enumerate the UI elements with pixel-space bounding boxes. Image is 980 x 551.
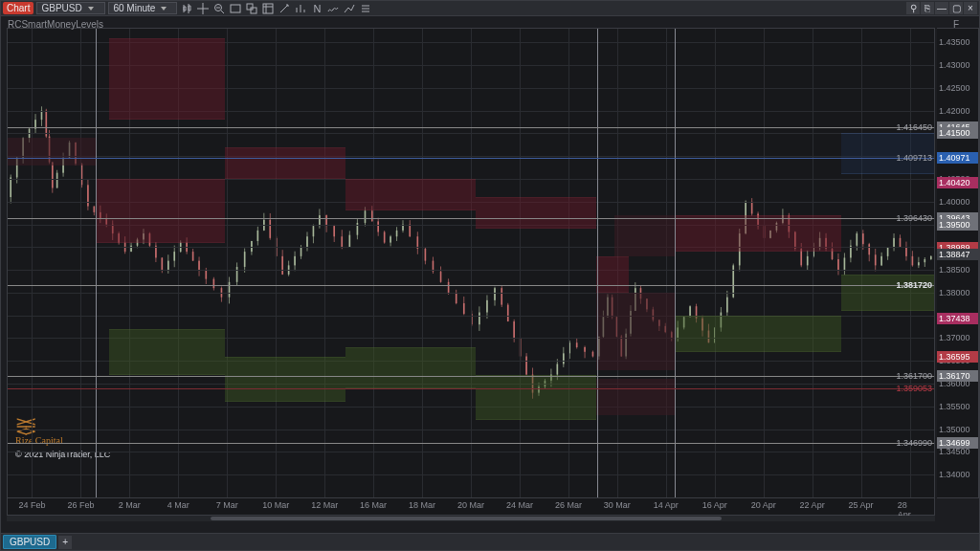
instrument-value: GBPUSD — [41, 3, 81, 13]
price-badge: 1.34699 — [937, 437, 978, 449]
y-tick: 1.40000 — [939, 197, 970, 207]
green-zone — [476, 375, 596, 421]
draw-icon[interactable] — [278, 2, 291, 14]
x-tick: 12 Mar — [311, 500, 338, 510]
price-badge: 1.36595 — [937, 351, 978, 363]
x-tick: 26 Mar — [555, 500, 582, 510]
svg-rect-274 — [857, 233, 858, 246]
x-tick: 25 Apr — [849, 500, 874, 510]
svg-rect-150 — [479, 313, 480, 325]
price-badge: 1.38847 — [937, 249, 978, 260]
svg-rect-72 — [206, 270, 208, 279]
zoom-region-icon[interactable] — [245, 2, 258, 14]
trend-icon[interactable] — [343, 2, 356, 14]
y-tick: 1.37000 — [939, 333, 970, 342]
bars-icon[interactable] — [294, 2, 307, 14]
logo: ⋛⋚ Rize Capital — [15, 418, 63, 446]
svg-rect-290 — [905, 247, 907, 256]
session-divider — [597, 29, 598, 497]
chart-badge: Chart — [3, 2, 33, 14]
status-bar: GBPUSD + — [1, 533, 979, 550]
add-tab-button[interactable]: + — [58, 536, 72, 549]
svg-rect-58 — [162, 257, 164, 270]
interval-value: 60 Minute — [113, 3, 155, 13]
instrument-tab[interactable]: GBPUSD — [3, 535, 56, 549]
svg-rect-34 — [87, 185, 89, 206]
maximize-icon[interactable]: ▢ — [949, 2, 963, 14]
darkred-zone — [8, 138, 96, 165]
svg-rect-164 — [525, 357, 527, 375]
window-buttons: ⚲ ⎘ — ▢ × — [906, 2, 977, 14]
crosshair-icon[interactable] — [196, 2, 210, 14]
session-divider — [96, 29, 97, 497]
pin-icon[interactable]: ⚲ — [906, 2, 920, 14]
close-icon[interactable]: × — [964, 2, 977, 14]
svg-rect-292 — [912, 256, 914, 266]
svg-rect-104 — [313, 226, 315, 236]
svg-rect-90 — [269, 220, 271, 238]
ref-level-label: 1.381720 — [896, 280, 932, 290]
y-tick: 1.38500 — [939, 265, 970, 275]
svg-rect-152 — [486, 300, 488, 313]
price-plot[interactable]: RCSmartMoneyLevels F ⋛⋚ Rize Capital © 2… — [7, 28, 935, 498]
instrument-selector[interactable]: GBPUSD — [36, 2, 105, 14]
data-box-icon[interactable] — [261, 2, 275, 14]
scrollbar-thumb[interactable] — [211, 517, 722, 520]
svg-rect-36 — [94, 207, 96, 212]
svg-rect-158 — [507, 305, 509, 321]
svg-rect-24 — [56, 173, 58, 188]
x-axis[interactable]: 24 Feb26 Feb2 Mar4 Mar7 Mar10 Mar12 Mar1… — [7, 498, 935, 516]
svg-rect-156 — [501, 288, 502, 304]
red-zone — [596, 256, 629, 293]
svg-rect-280 — [875, 254, 877, 265]
red-zone — [476, 197, 596, 229]
link-icon[interactable]: ⎘ — [921, 2, 934, 14]
y-tick: 1.42000 — [939, 106, 970, 116]
zoom-out-icon[interactable] — [212, 2, 226, 14]
svg-rect-3 — [251, 8, 256, 13]
ref-level-label: 1.361700 — [896, 371, 932, 381]
svg-rect-60 — [167, 261, 169, 271]
interval-selector[interactable]: 60 Minute — [108, 2, 177, 14]
zoom-window-icon[interactable] — [229, 2, 242, 14]
red-zone — [225, 147, 345, 179]
x-tick: 20 Mar — [457, 500, 484, 510]
indicator-icon[interactable] — [326, 2, 340, 14]
svg-rect-232 — [726, 298, 728, 313]
list-icon[interactable] — [359, 2, 372, 14]
red-zone — [96, 179, 226, 243]
svg-rect-74 — [213, 279, 215, 289]
svg-rect-176 — [563, 353, 565, 364]
green-zone — [345, 347, 476, 388]
toolbar: Chart GBPUSD 60 Minute N ⚲ ⎘ — ▢ × — [1, 1, 979, 16]
x-tick: 20 Apr — [751, 500, 776, 510]
green-zone — [109, 329, 225, 375]
svg-rect-86 — [257, 231, 259, 241]
svg-rect-136 — [425, 249, 427, 261]
green-zone — [675, 316, 841, 352]
candlestick-icon[interactable] — [180, 2, 193, 14]
svg-rect-174 — [557, 364, 559, 374]
ref-level-label: 1.346990 — [896, 438, 932, 448]
svg-rect-142 — [448, 282, 450, 293]
svg-rect-126 — [390, 236, 391, 242]
svg-rect-68 — [192, 252, 194, 261]
svg-rect-276 — [862, 233, 864, 244]
price-badge: 1.41500 — [937, 127, 978, 139]
price-badge: 1.37438 — [937, 313, 978, 324]
x-tick: 30 Mar — [604, 500, 631, 510]
y-axis[interactable]: 1.340001.345001.350001.355001.360001.365… — [937, 28, 979, 498]
svg-rect-154 — [494, 288, 496, 300]
horizontal-scrollbar[interactable] — [7, 516, 935, 521]
x-tick: 26 Feb — [67, 500, 94, 510]
red-zone — [675, 215, 841, 252]
svg-rect-288 — [900, 238, 902, 248]
minimize-icon[interactable]: — — [935, 2, 948, 14]
svg-rect-160 — [513, 321, 515, 338]
x-tick: 18 Mar — [409, 500, 435, 510]
logo-text: Rize Capital — [15, 435, 63, 446]
svg-rect-124 — [384, 231, 386, 242]
text-tool-icon[interactable]: N — [310, 2, 323, 14]
svg-rect-182 — [584, 347, 586, 352]
svg-rect-282 — [880, 256, 882, 266]
